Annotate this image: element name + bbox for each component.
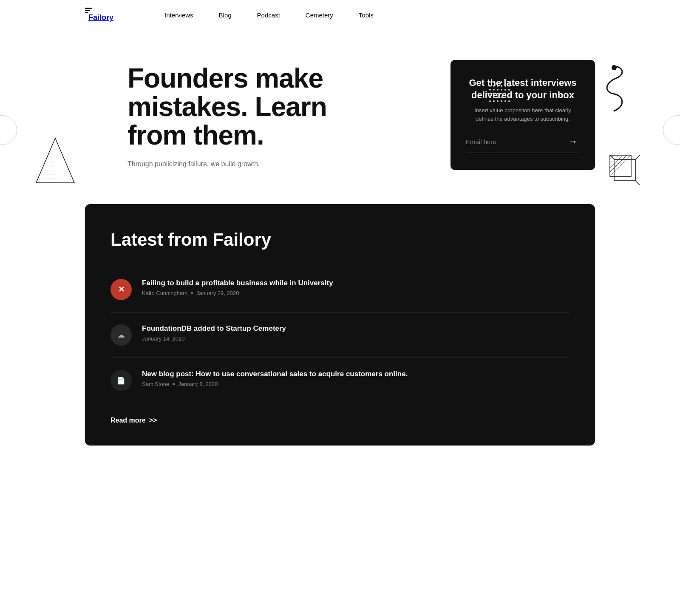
nav-link-blog[interactable]: Blog (219, 11, 232, 19)
post-icon-symbol-1: ✕ (118, 285, 125, 294)
box-decoration (608, 153, 642, 189)
latest-title: Latest from Failory (110, 230, 570, 250)
subscribe-subtext: Insert value propositon here that clearl… (466, 106, 580, 123)
logo-text: Failory (88, 13, 113, 22)
squiggle-decoration (599, 64, 629, 117)
post-item-2[interactable]: ☁ FoundationDB added to Startup Cemetery… (110, 312, 570, 358)
post-meta-3: Sam Stone January 8, 2020 (142, 381, 570, 387)
post-icon-3: 📄 (110, 370, 132, 391)
svg-rect-7 (614, 159, 635, 181)
navbar: Failory Interviews Blog Podcast Cemetery… (0, 0, 680, 30)
post-author-3: Sam Stone (142, 381, 169, 387)
post-date-3: January 8, 2020 (178, 381, 218, 387)
post-content-3: New blog post: How to use conversational… (142, 370, 570, 387)
dots-decoration (489, 81, 510, 102)
read-more-link[interactable]: Read more >> (110, 417, 157, 424)
nav-logo[interactable]: Failory (85, 8, 113, 22)
post-content-2: FoundationDB added to Startup Cemetery J… (142, 324, 570, 342)
email-field[interactable] (466, 138, 566, 145)
logo-icon (85, 8, 113, 13)
svg-line-10 (635, 181, 640, 185)
read-more-chevron: >> (149, 417, 157, 424)
svg-line-9 (635, 155, 640, 159)
subscribe-heading: Get the latest interviews delivered to y… (466, 77, 580, 101)
post-dot-3 (173, 383, 175, 385)
nav-link-interviews[interactable]: Interviews (164, 11, 193, 19)
post-meta-2: January 14, 2020 (142, 335, 570, 342)
post-icon-symbol-3: 📄 (117, 377, 125, 385)
post-icon-1: ✕ (110, 279, 132, 300)
post-dot-1 (191, 292, 193, 294)
post-item-1[interactable]: ✕ Failing to build a profitable business… (110, 267, 570, 312)
hero-subtitle: Through publicizing failure, we build gr… (128, 160, 332, 168)
hero-text: Founders make mistakes. Learn from them.… (128, 64, 332, 168)
post-item-3[interactable]: 📄 New blog post: How to use conversation… (110, 358, 570, 403)
post-content-1: Failing to build a profitable business w… (142, 279, 570, 296)
post-title-1: Failing to build a profitable business w… (142, 279, 570, 287)
hero-section: Founders make mistakes. Learn from them.… (0, 30, 680, 204)
subscribe-card: Get the latest interviews delivered to y… (450, 60, 595, 170)
latest-section: Latest from Failory ✕ Failing to build a… (85, 204, 595, 446)
read-more-text: Read more (110, 417, 146, 424)
svg-point-0 (612, 65, 617, 70)
subscribe-input-row: → (466, 135, 580, 153)
post-date-2: January 14, 2020 (142, 335, 184, 342)
subscribe-submit-button[interactable]: → (566, 135, 580, 148)
nav-link-podcast[interactable]: Podcast (257, 11, 280, 19)
post-title-3: New blog post: How to use conversational… (142, 370, 570, 378)
post-author-1: Kaito Cunningham (142, 290, 187, 296)
bottom-spacer (0, 480, 680, 514)
post-title-2: FoundationDB added to Startup Cemetery (142, 324, 570, 333)
left-circle-decoration (0, 115, 17, 145)
svg-marker-1 (36, 138, 74, 183)
hero-title: Founders make mistakes. Learn from them. (128, 64, 332, 150)
post-icon-symbol-2: ☁ (117, 330, 125, 340)
triangle-decoration (34, 136, 76, 189)
right-circle-decoration (663, 115, 680, 145)
nav-link-tools[interactable]: Tools (359, 11, 374, 19)
nav-link-cemetery[interactable]: Cemetery (306, 11, 333, 19)
nav-links: Interviews Blog Podcast Cemetery Tools (164, 11, 374, 19)
post-icon-2: ☁ (110, 324, 132, 346)
post-meta-1: Kaito Cunningham January 29, 2020 (142, 290, 570, 296)
post-date-1: January 29, 2020 (196, 290, 239, 296)
